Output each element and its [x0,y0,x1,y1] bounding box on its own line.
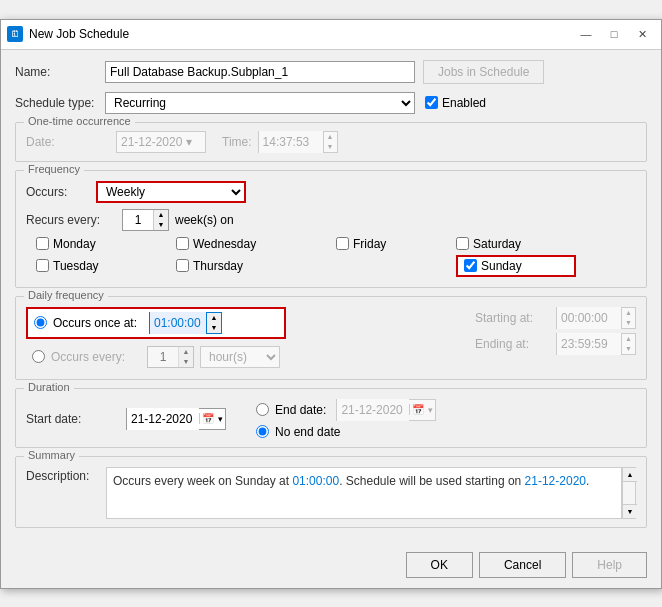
name-input[interactable] [105,61,415,83]
scrollbar-up-button[interactable]: ▲ [623,468,637,482]
minimize-button[interactable]: — [573,24,599,44]
summary-time-blue: 01:00:00 [292,474,339,488]
daily-frequency-section: Daily frequency Occurs once at: ▲ ▼ [15,296,647,380]
jobs-in-schedule-button: Jobs in Schedule [423,60,544,84]
occurs-every-radio[interactable] [32,350,45,363]
wednesday-checkbox[interactable] [176,237,189,250]
ending-at-label: Ending at: [475,337,550,351]
sunday-label[interactable]: Sunday [481,259,522,273]
name-row: Name: Jobs in Schedule [15,60,647,84]
start-date-label: Start date: [26,412,116,426]
help-button[interactable]: Help [572,552,647,578]
occurs-label: Occurs: [26,185,86,199]
time-label: Time: [222,135,252,149]
window-icon: 🗓 [7,26,23,42]
scrollbar-track [623,482,635,504]
tuesday-checkbox[interactable] [36,259,49,272]
end-date-col: End date: 📅 ▾ No end date [256,399,436,439]
occurs-once-spin-down[interactable]: ▼ [207,323,221,333]
starting-at-label: Starting at: [475,311,550,325]
time-input-disabled: ▲ ▼ [258,131,338,153]
sunday-checkbox[interactable] [464,259,477,272]
enabled-checkbox[interactable] [425,96,438,109]
occurs-once-time-input[interactable] [150,312,206,334]
summary-text-plain2: . Schedule will be used starting on [339,474,524,488]
window-title: New Job Schedule [29,27,573,41]
friday-label[interactable]: Friday [353,237,386,251]
monday-checkbox[interactable] [36,237,49,250]
time-value [259,131,323,153]
ending-at-spinbox: ▲ ▼ [556,333,636,355]
time-up-icon: ▲ [324,132,337,142]
recurs-spin-up[interactable]: ▲ [154,210,168,220]
ok-button[interactable]: OK [406,552,473,578]
start-date-dropdown-icon[interactable]: ▾ [216,414,225,424]
sunday-check-row-highlighted: Sunday [456,255,576,277]
occurs-every-row: Occurs every: ▲ ▼ hour(s) [26,343,286,371]
thursday-checkbox[interactable] [176,259,189,272]
thursday-check-row: Thursday [176,255,336,277]
start-date-input[interactable] [127,408,199,430]
occurs-once-radio[interactable] [34,316,47,329]
titlebar-buttons: — □ ✕ [573,24,655,44]
monday-check-row: Monday [36,237,176,251]
summary-section: Summary Description: Occurs every week o… [15,456,647,528]
enabled-label[interactable]: Enabled [442,96,486,110]
ending-spin-up-icon: ▲ [622,334,635,344]
close-button[interactable]: ✕ [629,24,655,44]
summary-scrollbar: ▲ ▼ [622,467,636,519]
recurs-spin-buttons: ▲ ▼ [153,210,168,230]
thursday-label[interactable]: Thursday [193,259,243,273]
enabled-checkbox-row: Enabled [425,96,486,110]
no-end-date-radio-row: No end date [256,425,436,439]
schedule-type-select[interactable]: Recurring [105,92,415,114]
starting-at-row: Starting at: ▲ ▼ [475,307,636,329]
footer: OK Cancel Help [1,546,661,588]
schedule-type-row: Schedule type: Recurring Enabled [15,92,647,114]
cancel-button[interactable]: Cancel [479,552,566,578]
recurs-unit: week(s) on [175,213,234,227]
starting-spin-up-icon: ▲ [622,308,635,318]
end-date-input-wrapper: 📅 ▾ [336,399,436,421]
time-down-icon: ▼ [324,142,337,152]
starting-at-spinbox: ▲ ▼ [556,307,636,329]
frequency-section: Frequency Occurs: Weekly Recurs every: ▲… [15,170,647,288]
maximize-button[interactable]: □ [601,24,627,44]
wednesday-label[interactable]: Wednesday [193,237,256,251]
summary-text-plain1: Occurs every week on Sunday at [113,474,292,488]
scrollbar-down-button[interactable]: ▼ [623,504,637,518]
starting-spin-btns: ▲ ▼ [621,308,635,328]
friday-checkbox[interactable] [336,237,349,250]
end-date-label[interactable]: End date: [275,403,326,417]
occurs-once-spin-up[interactable]: ▲ [207,313,221,323]
occurs-every-spin-btns: ▲ ▼ [178,347,193,367]
end-date-input [337,399,409,421]
starting-spin-down-icon: ▼ [622,318,635,328]
description-label: Description: [26,467,96,483]
monday-label[interactable]: Monday [53,237,96,251]
ending-at-input [557,333,621,355]
recurs-value[interactable] [123,210,153,230]
one-time-legend: One-time occurrence [24,115,135,127]
occurs-every-label[interactable]: Occurs every: [51,350,141,364]
date-dropdown-icon: ▾ [186,135,192,149]
titlebar: 🗓 New Job Schedule — □ ✕ [1,20,661,50]
frequency-occurs-row: Occurs: Weekly [26,181,636,203]
saturday-label[interactable]: Saturday [473,237,521,251]
tuesday-label[interactable]: Tuesday [53,259,99,273]
saturday-checkbox[interactable] [456,237,469,250]
no-end-date-radio[interactable] [256,425,269,438]
new-job-schedule-dialog: 🗓 New Job Schedule — □ ✕ Name: Jobs in S… [0,19,662,589]
end-date-radio[interactable] [256,403,269,416]
start-date-calendar-icon[interactable]: 📅 [199,413,216,424]
summary-text-plain3: . [586,474,589,488]
no-end-date-label[interactable]: No end date [275,425,340,439]
end-date-radio-row: End date: 📅 ▾ [256,399,436,421]
one-time-row: Date: 21-12-2020 ▾ Time: ▲ ▼ [26,131,636,153]
date-value: 21-12-2020 [121,135,182,149]
occurs-select[interactable]: Weekly [96,181,246,203]
recurs-spin-down[interactable]: ▼ [154,220,168,230]
occurs-once-label[interactable]: Occurs once at: [53,316,143,330]
start-date-input-wrapper: 📅 ▾ [126,408,226,430]
duration-legend: Duration [24,381,74,393]
